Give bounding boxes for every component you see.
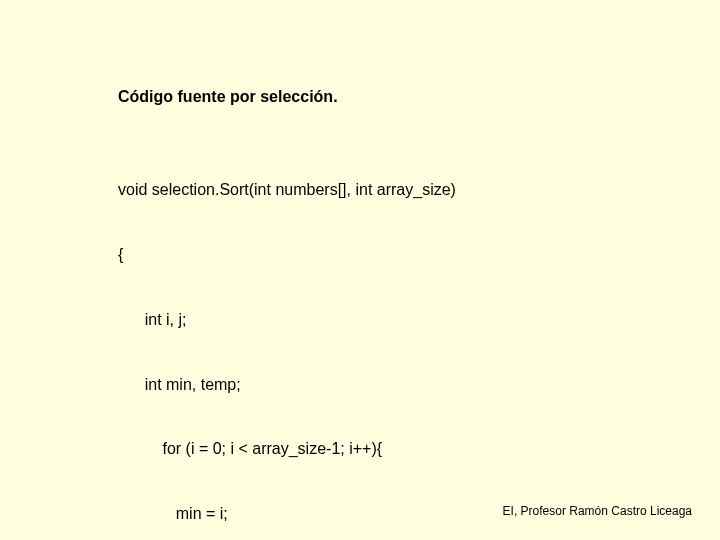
slide-content: Código fuente por selección. void select… — [118, 88, 680, 540]
code-line: int min, temp; — [118, 374, 680, 396]
section-heading: Código fuente por selección. — [118, 88, 680, 106]
code-line: void selection.Sort(int numbers[], int a… — [118, 179, 680, 201]
code-line: int i, j; — [118, 309, 680, 331]
code-line: for (i = 0; i < array_size-1; i++){ — [118, 438, 680, 460]
code-line: { — [118, 244, 680, 266]
code-block: void selection.Sort(int numbers[], int a… — [118, 136, 680, 540]
footer-credit: EI, Profesor Ramón Castro Liceaga — [503, 504, 692, 518]
